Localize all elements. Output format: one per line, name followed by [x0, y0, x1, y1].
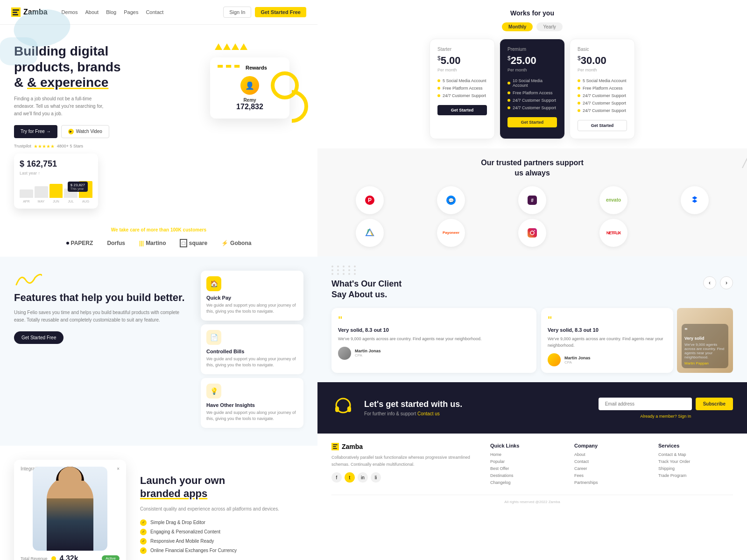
hero-card-area: Rewards 👤 Remy 172,832 — [201, 43, 303, 149]
footer-quicklinks: Quick Links Home Popular Best Offer Dest… — [490, 443, 565, 487]
nav-blog[interactable]: Blog — [106, 9, 116, 15]
footer-link-changelog[interactable]: Changelog — [490, 480, 565, 485]
footer-link-about[interactable]: About — [574, 452, 649, 457]
subscribe-button[interactable]: Subscribe — [696, 398, 733, 410]
signin-button[interactable]: Sign In — [223, 7, 251, 18]
dots-decoration — [331, 266, 402, 275]
user-avatar: 👤 — [240, 76, 259, 95]
apps-title: Launch your own branded apps — [140, 474, 303, 501]
basic-period: Per month — [578, 68, 627, 72]
footer-link-bestoffer[interactable]: Best Offer — [490, 466, 565, 471]
toggle-yearly[interactable]: Yearly — [536, 22, 562, 31]
feature-card-quickpay: 🏠 Quick Pay We guide and support you alo… — [201, 271, 303, 321]
testimonial-text-2: We've 9,000 agents across are country. F… — [548, 336, 667, 349]
nav-pages[interactable]: Pages — [124, 9, 138, 15]
basic-f1: 5 Social Media Account — [578, 77, 627, 84]
premium-f3: 24/7 Customer Support — [507, 97, 557, 104]
testimonial-card-2-wrapper: " Very solid, 8.3 out 10 We've 9,000 age… — [541, 308, 733, 373]
author-location-2: CPA — [564, 360, 591, 364]
apps-mockup: Integrations × Total Revenue — [14, 460, 126, 560]
watch-button[interactable]: ▶ Watch Video — [61, 125, 109, 138]
label-aug: AUG — [79, 200, 92, 203]
trustpilot-rating: 4800+ 5 Stars — [57, 144, 83, 148]
reward-flag-2 — [226, 65, 233, 70]
apps-content: Launch your own branded apps Consistent … — [140, 474, 303, 560]
footer-link-partnerships[interactable]: Partnerships — [574, 480, 649, 485]
footer-link-popular[interactable]: Popular — [490, 459, 565, 464]
quote-icon-3: " — [684, 327, 726, 334]
social-twitter[interactable]: t — [345, 472, 355, 483]
cta-form-wrapper: Subscribe Already a member? Sign In — [599, 398, 733, 419]
getstarted-button[interactable]: Get Started Free — [255, 7, 306, 17]
quickpay-desc: We guide and support you along your jour… — [206, 302, 298, 315]
cta-description: For further info & support Contact us — [364, 411, 589, 416]
footer-services-list: Contact & Map Track Your Order Shipping … — [658, 452, 733, 478]
footer-link-destinations[interactable]: Destinations — [490, 473, 565, 478]
author-name-3: Martin Pappan — [684, 361, 726, 365]
messenger-icon: 💬 — [445, 195, 457, 206]
brand-logos: PAPERZ Dorfus ||| Martino □ square ⚡ Gob… — [14, 239, 303, 247]
already-member-link[interactable]: Already a member? Sign In — [599, 414, 733, 419]
slack-icon: # — [527, 195, 538, 206]
premium-f1: 10 Social Media Account — [507, 77, 557, 89]
insights-desc: We guide and support you along your jour… — [206, 410, 298, 422]
check-icon-2: ✓ — [140, 529, 147, 535]
bills-desc: We guide and support you along your jour… — [206, 356, 298, 369]
premium-btn[interactable]: Get Started — [507, 117, 557, 127]
footer-link-fees[interactable]: Fees — [574, 473, 649, 478]
testimonials-header: What's Our Client Say About us. ‹ › — [331, 266, 733, 301]
social-instagram[interactable]: in — [358, 472, 368, 483]
email-input[interactable] — [599, 398, 692, 410]
starter-f2: Free Platform Access — [437, 84, 487, 92]
person-image — [33, 467, 107, 551]
footer-link-track-order[interactable]: Track Your Order — [658, 459, 733, 464]
premium-price: $25.00 — [507, 55, 557, 67]
carousel-next-button[interactable]: › — [720, 276, 733, 289]
try-button[interactable]: Try for Free → — [14, 125, 57, 138]
footer-link-contact-map[interactable]: Contact & Map — [658, 452, 733, 457]
nav-contact[interactable]: Contact — [146, 9, 163, 15]
footer-link-contact[interactable]: Contact — [574, 459, 649, 464]
footer-link-career[interactable]: Career — [574, 466, 649, 471]
cta-contact-link[interactable]: Contact us — [417, 411, 440, 416]
pricing-title: Works for you — [331, 9, 733, 17]
premium-features: 10 Social Media Account Free Platform Ac… — [507, 77, 557, 112]
nav-about[interactable]: About — [85, 9, 99, 15]
status-badge: Active — [102, 555, 120, 560]
toggle-monthly[interactable]: Monthly — [502, 22, 533, 31]
starter-btn[interactable]: Get Started — [437, 105, 487, 115]
social-facebook[interactable]: f — [331, 472, 342, 483]
feature-card-bills: 📄 Controlled Bills We guide and support … — [201, 324, 303, 374]
footer-link-trade[interactable]: Trade Program — [658, 473, 733, 478]
check-icon-3: ✓ — [140, 538, 147, 545]
pinterest-icon: P — [364, 195, 375, 206]
features-getstarted-button[interactable]: Get Started Free — [14, 331, 63, 344]
partner-pinterest: P — [356, 186, 384, 214]
pricing-card-premium: Premium $25.00 Per month 10 Social Media… — [500, 39, 565, 139]
brand-martino: ||| Martino — [139, 240, 166, 246]
footer-quicklinks-title: Quick Links — [490, 443, 565, 448]
footer-quicklinks-list: Home Popular Best Offer Destinations Cha… — [490, 452, 565, 485]
testimonial-photo: " Very solid We've 9,000 agents across a… — [677, 308, 733, 373]
label-jun: JUN — [49, 200, 63, 203]
hero-description: Finding a job should not be a full-time … — [14, 95, 107, 118]
carousel-prev-button[interactable]: ‹ — [703, 276, 716, 289]
social-linkedin[interactable]: li — [371, 472, 381, 483]
footer-link-shipping[interactable]: Shipping — [658, 466, 733, 471]
footer-link-home[interactable]: Home — [490, 452, 565, 457]
logo[interactable]: Zamba — [11, 7, 48, 17]
features-title: Features that help you build better. — [14, 291, 191, 305]
author-1: Martin Jonas CPA — [338, 347, 530, 360]
svg-point-13 — [534, 230, 535, 231]
basic-btn[interactable]: Get Started — [578, 120, 627, 131]
footer-logo: Zamba — [331, 443, 481, 450]
label-may: MAY — [35, 200, 48, 203]
partner-dropbox — [681, 186, 709, 214]
chart-container: $ 23,827 This year APR MAY JUN — [20, 179, 92, 203]
nav-demos[interactable]: Demos — [62, 9, 78, 15]
revenue-label: Total Revenue — [21, 556, 48, 560]
author-avatar-1 — [338, 347, 351, 360]
partner-envato: envato — [599, 186, 627, 214]
basic-f4: 24/7 Customer Support — [578, 99, 627, 107]
cta-content: Let's get started with us. For further i… — [364, 399, 589, 416]
